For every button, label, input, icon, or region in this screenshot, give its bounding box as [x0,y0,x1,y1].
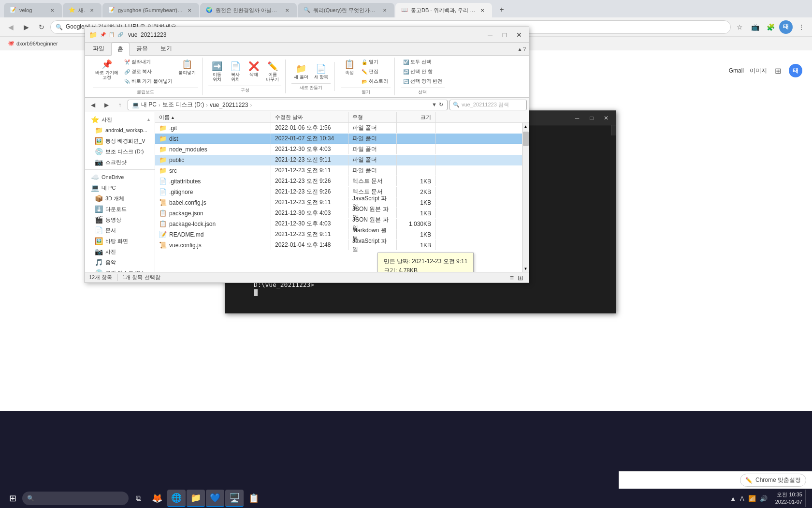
fe-file-package[interactable]: 📋 package.json 2021-12-30 오후 4:03 JSON 원… [155,208,529,219]
taskbar-clock[interactable]: 오전 10:35 2022-01-07 [773,491,804,506]
fe-file-readme[interactable]: 📝 README.md 2021-12-23 오전 9:11 Markdown … [155,229,529,240]
fe-sidebar-local-c[interactable]: 💿 로컬 디스크 (C:) [85,268,155,272]
taskbar-notepad-btn[interactable]: 📋 [245,490,263,507]
profile-avatar[interactable]: 태 [779,20,793,34]
fe-address-bar[interactable]: 💻 내 PC › 보조 디스크 (D:) › vue_20211223 › ▼ … [128,100,448,110]
fe-file-public[interactable]: 📁 public 2021-12-23 오전 9:11 파일 폴더 [155,155,529,165]
fe-tab-view[interactable]: 보기 [155,43,178,55]
fe-tab-home[interactable]: 홈 [111,43,130,56]
fe-col-header-type[interactable]: 유형 [348,112,397,122]
profile-button[interactable]: 태 [779,20,793,34]
bookmark-github[interactable]: 🐙 dxorb96/beginner [4,39,62,47]
fe-paste-button[interactable]: 📋 붙여넣기 [176,58,198,86]
fe-col-header-date[interactable]: 수정한 날짜 [271,112,348,122]
start-button[interactable]: ⊞ [4,490,21,507]
systray-keyboard-icon[interactable]: A [739,494,745,503]
fe-file-packagelock[interactable]: 📋 package-lock.json 2021-12-30 오후 4:03 J… [155,219,529,229]
fe-up-btn[interactable]: ↑ [114,99,126,111]
fe-sidebar-desktop[interactable]: 🖼️ 바탕 화면 [85,236,155,246]
fe-close-button[interactable]: ✕ [513,30,525,40]
taskbar-vscode-btn[interactable]: 💙 [206,490,224,507]
tab-close-newtab[interactable]: ✕ [88,6,96,14]
new-tab-button[interactable]: + [495,3,508,16]
fe-rename-button[interactable]: ✏️ 이름바꾸기 [263,60,281,84]
fe-view-details-btn[interactable]: ≡ [508,273,515,283]
fe-sidebar-downloads[interactable]: ⬇️ 다운로드 [85,204,155,214]
apps-grid-icon[interactable]: ⊞ [773,64,783,77]
fe-file-gitignore[interactable]: 📄 .gitignore 2021-12-23 오전 9:26 텍스트 문서 2… [155,187,529,197]
tab-query[interactable]: 🔍 쿼리(Query)란 무엇인가? - 네... ✕ [298,3,394,17]
back-button[interactable]: ◀ [4,20,17,34]
fe-edit-btn[interactable]: ✏️ 편집 [359,67,391,76]
fe-minimize-button[interactable]: ─ [484,30,496,40]
bookmark-star-button[interactable]: ☆ [733,20,746,34]
fe-scroll-down-btn[interactable]: ▼ [522,265,529,272]
taskbar-terminal-btn[interactable]: 🖥️ [225,490,244,507]
fe-sidebar-mypc[interactable]: 💻 내 PC [85,182,155,193]
fe-maximize-button[interactable]: □ [499,30,510,40]
fe-address-drive[interactable]: 보조 디스크 (D:) [162,101,204,109]
tab-wonj[interactable]: 🌍 원전은 친환경일까 아닐까?... ✕ [200,3,297,17]
fe-history-btn[interactable]: 📂 히스토리 [359,77,391,86]
tab-close-query[interactable]: ✕ [381,6,389,14]
terminal-minimize-btn[interactable]: ─ [571,113,583,123]
reload-button[interactable]: ↻ [35,20,48,34]
fe-address-refresh-icon[interactable]: ↻ [439,102,443,108]
fe-sidebar-videos[interactable]: 🎬 동영상 [85,214,155,225]
tab-close-wonj[interactable]: ✕ [283,6,291,14]
taskbar-chrome-btn[interactable]: 🌐 [167,490,186,507]
fe-sidebar-android[interactable]: 📁 android_worksp... [85,125,155,135]
fe-new-folder-button[interactable]: 📁 새 폴더 [291,62,311,81]
taskbar-search-bar[interactable]: 🔍 [22,492,129,505]
forward-button[interactable]: ▶ [19,20,33,34]
tab-gyunghoe[interactable]: 📝 gyunghoe (Gummybearr) - vel... ✕ [102,3,199,17]
fe-col-header-name[interactable]: 이름 ▲ [155,112,271,122]
fe-file-src[interactable]: 📁 src 2021-12-23 오전 9:11 파일 폴더 [155,165,529,176]
fe-sidebar-3d[interactable]: 📦 3D 개체 [85,193,155,204]
chrome-menu-button[interactable]: ⋮ [795,20,808,34]
fe-select-none-btn[interactable]: ↩️ 선택 안 함 [401,67,445,76]
fe-scroll-up-btn[interactable]: ▲ [522,123,529,130]
fe-address-dropdown-icon[interactable]: ▼ [432,102,437,108]
fe-file-nodemodules[interactable]: 📁 node_modules 2021-12-30 오후 4:03 파일 폴더 [155,144,529,155]
fe-sidebar-music[interactable]: 🎵 음악 [85,257,155,268]
fe-view-grid-btn[interactable]: ⊞ [516,273,525,283]
fe-delete-button[interactable]: ❌ 삭제 [245,60,262,84]
taskbar-task-view-btn[interactable]: ⧉ [130,490,147,507]
fe-properties-btn[interactable]: 📋 속성 [341,58,358,86]
fe-pin-button[interactable]: 📌 바로 가기에고정 [93,58,121,86]
fe-shortcut-paste-button[interactable]: 📎 바로 가기 붙여넣기 [122,77,175,86]
fe-tab-share[interactable]: 공유 [130,43,154,55]
extensions-button[interactable]: 🧩 [764,20,777,34]
cast-button[interactable]: 📺 [748,20,762,34]
tab-close-tongodb[interactable]: ✕ [478,6,486,14]
fe-select-all-btn[interactable]: ☑️ 모두 선택 [401,58,445,66]
fe-move-to-button[interactable]: ➡️ 이동위치 [208,60,226,84]
fe-ribbon-collapse-icon[interactable]: ▲ [518,46,522,52]
fe-copy-to-button[interactable]: 📄 복사위치 [227,60,244,84]
fe-help-icon[interactable]: ? [523,46,526,52]
tab-velog[interactable]: 📝 velog ✕ [4,3,62,17]
fe-file-gitattributes[interactable]: 📄 .gitattributes 2021-12-23 오전 9:26 텍스트 … [155,176,529,187]
systray-arrow-icon[interactable]: ▲ [729,494,737,503]
fe-file-vueconfig[interactable]: 📜 vue.config.js 2022-01-04 오후 1:48 JavaS… [155,240,529,251]
tab-close-velog[interactable]: ✕ [48,6,56,14]
taskbar-firefox-btn[interactable]: 🦊 [148,490,166,507]
fe-forward-btn[interactable]: ▶ [101,99,112,111]
fe-vertical-scrollbar[interactable]: ▲ ▼ [522,123,529,272]
taskbar-explorer-btn[interactable]: 📁 [187,490,205,507]
fe-scroll-thumb[interactable] [523,132,529,146]
terminal-maximize-btn[interactable]: □ [586,113,597,123]
show-desktop-button[interactable] [805,490,808,507]
systray-network-icon[interactable]: 📶 [747,494,757,503]
fe-sidebar-onedrive[interactable]: ☁️ OneDrive [85,172,155,182]
fe-tab-file[interactable]: 파일 [87,43,110,55]
terminal-scrollbar-track[interactable] [611,125,616,135]
fe-file-babel[interactable]: 📜 babel.config.js 2021-12-23 오전 9:11 Jav… [155,197,529,208]
images-link[interactable]: 이미지 [750,67,767,75]
fe-invert-select-btn[interactable]: 🔄 선택 영역 반전 [401,77,445,86]
fe-sidebar-docs[interactable]: 📄 문서 [85,225,155,236]
tab-newtab[interactable]: ⭐ 새 탭 ✕ [63,3,102,17]
tab-tongodb[interactable]: 📖 통고DB - 위키백과, 우리 모두... ✕ [395,3,492,17]
fe-address-mypc[interactable]: 내 PC [141,101,157,109]
